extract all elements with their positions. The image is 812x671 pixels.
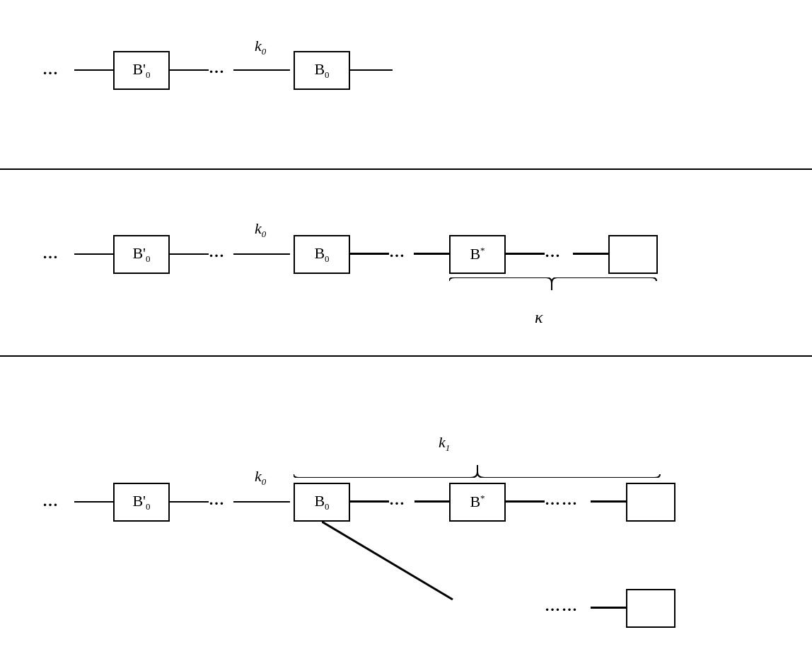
diagram2-line6 xyxy=(506,253,545,255)
diagram2-box1: B'0 xyxy=(113,235,170,274)
diagram3-label-k0: k0 xyxy=(255,467,266,488)
diagram2-line5 xyxy=(414,253,449,255)
diagram3-line6 xyxy=(506,500,545,503)
diagram3-dots-mid2: … xyxy=(389,491,406,509)
diagram2-box4 xyxy=(608,235,658,274)
diagram3-box5 xyxy=(626,589,675,628)
diagram2-box3-label: B* xyxy=(470,245,485,263)
diagram3-label-k1: k1 xyxy=(439,433,450,454)
diagram-container: … B'0 … k0 B0 … B'0 … k0 B0 … xyxy=(0,0,812,671)
diagram3-brace-k1 xyxy=(294,442,661,478)
diagram2-box1-label: B'0 xyxy=(132,244,150,265)
diagram3-line5 xyxy=(414,500,449,503)
diagram1-line3 xyxy=(233,69,290,71)
diagram1-box2: B0 xyxy=(294,51,350,90)
diagram3-box1-label: B'0 xyxy=(132,492,150,512)
diagram2-label-k0: k0 xyxy=(255,219,266,240)
diagram2-dots-mid: … xyxy=(209,243,226,261)
diagram3-line2 xyxy=(170,501,209,503)
diagram2-dots-left: … xyxy=(42,244,59,263)
diagram3-line7 xyxy=(591,500,626,503)
diagram1-box1: B'0 xyxy=(113,51,170,90)
diagram3-box3-label: B* xyxy=(470,493,485,511)
diagram2-dots-mid3: … xyxy=(545,243,562,261)
diagram2-label-kappa: κ xyxy=(535,308,543,327)
diagram2-box2-label: B0 xyxy=(314,244,329,265)
diagram1-box2-label: B0 xyxy=(314,60,329,81)
diagram3-dots-top-right: …… xyxy=(545,491,579,509)
diagram3-line1 xyxy=(74,501,113,503)
diagram2-dots-mid2: … xyxy=(389,243,406,261)
diagram1-label-k0: k0 xyxy=(255,37,266,57)
diagram3-box2: B0 xyxy=(294,483,350,522)
diagram1-dots-left: … xyxy=(42,60,59,79)
diagram1-line1 xyxy=(74,69,113,71)
diagram3-box4 xyxy=(626,483,675,522)
diagram3-dots-left: … xyxy=(42,492,59,510)
diagram1-dots-mid: … xyxy=(209,59,226,77)
diagram2-line2 xyxy=(170,253,209,255)
diagram3-dots-bottom: …… xyxy=(545,597,579,615)
diagram2-box2: B0 xyxy=(294,235,350,274)
diagram2-line1 xyxy=(74,253,113,255)
diagram3-box2-label: B0 xyxy=(314,492,329,512)
diagram2-box3: B* xyxy=(449,235,506,274)
diagram1-line2 xyxy=(170,69,209,71)
diagram1-line4 xyxy=(350,69,393,71)
divider-2 xyxy=(0,355,812,357)
diagram3-line3 xyxy=(233,501,290,503)
diagram3-box1: B'0 xyxy=(113,483,170,522)
diagram1-box1-label: B'0 xyxy=(132,60,150,81)
diagram3-box3: B* xyxy=(449,483,506,522)
diagram3-line4 xyxy=(350,500,389,503)
divider-1 xyxy=(0,168,812,170)
diagram2-brace xyxy=(449,277,658,313)
diagram2-line3 xyxy=(233,253,290,255)
diagram3-diagonal xyxy=(322,522,463,607)
diagram3-line8 xyxy=(591,607,626,609)
diagram2-line7 xyxy=(573,253,608,255)
svg-line-2 xyxy=(322,522,453,600)
diagram3-dots-mid: … xyxy=(209,491,226,509)
diagram2-line4 xyxy=(350,253,389,255)
